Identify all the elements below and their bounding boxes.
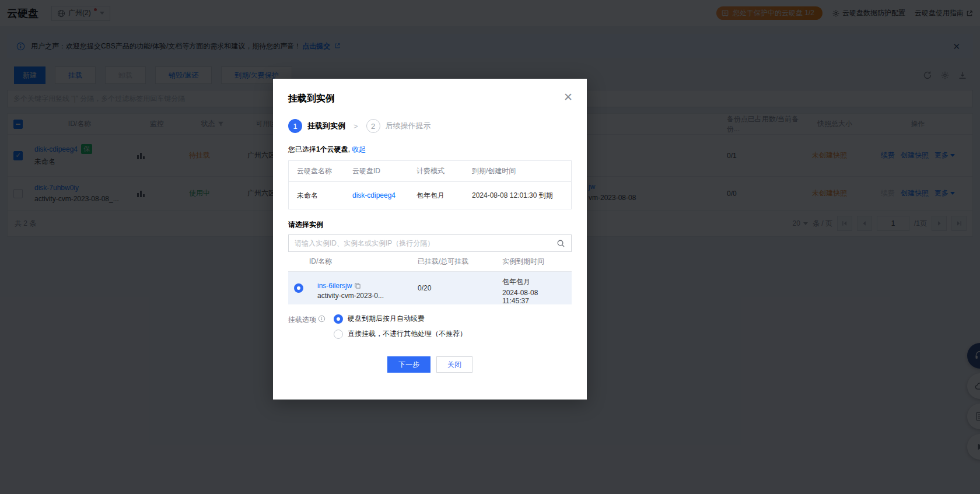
modal-title: 挂载到实例 <box>288 93 572 105</box>
selected-disk-table: 云硬盘名称 云硬盘ID 计费模式 到期/创建时间 未命名 disk-cdipee… <box>288 160 572 209</box>
attach-options: 挂载选项 硬盘到期后按月自动续费 直接挂载，不进行其他处理（不推荐） <box>288 314 572 339</box>
step-number: 1 <box>288 119 302 133</box>
col-instance-expire: 实例到期时间 <box>494 257 572 267</box>
instance-id-link[interactable]: ins-6ilersjw <box>317 282 352 290</box>
step-number: 2 <box>366 119 380 133</box>
step-attach: 1 挂载到实例 <box>288 119 345 133</box>
col-billing: 计费模式 <box>408 161 464 181</box>
step-label: 后续操作提示 <box>386 121 431 131</box>
disk-id-link[interactable]: disk-cdipeeg4 <box>352 191 396 199</box>
col-mounted: 已挂载/总可挂载 <box>410 257 494 267</box>
instance-search-placeholder: 请输入实例ID、实例名或实例IP（换行分隔） <box>295 239 556 248</box>
instance-name: activity-cvm-2023-0... <box>317 292 401 300</box>
selected-summary: 您已选择1个云硬盘, 收起 <box>288 145 572 155</box>
search-icon <box>556 239 565 248</box>
modal-footer: 下一步 关闭 <box>288 356 572 373</box>
col-instance-id: ID/名称 <box>309 257 410 267</box>
col-disk-id: 云硬盘ID <box>344 161 408 181</box>
attach-options-label: 挂载选项 <box>288 314 326 339</box>
instance-row[interactable]: ins-6ilersjw activity-cvm-2023-0... 0/20… <box>288 272 572 304</box>
copy-icon[interactable] <box>354 282 361 289</box>
disk-billing: 包年包月 <box>408 182 464 209</box>
attach-to-instance-modal: 挂载到实例 ✕ 1 挂载到实例 > 2 后续操作提示 您已选择1个云硬盘, 收起… <box>273 79 587 400</box>
instance-mounted: 0/20 <box>410 284 494 292</box>
disk-name: 未命名 <box>289 182 344 209</box>
instance-expire: 2024-08-08 11:45:37 <box>502 289 564 305</box>
selected-disk-row: 未命名 disk-cdipeeg4 包年包月 2024-08-08 12:01:… <box>289 182 571 209</box>
option-label: 硬盘到期后按月自动续费 <box>348 314 425 324</box>
collapse-link[interactable]: 收起 <box>352 145 366 153</box>
info-icon <box>318 315 326 323</box>
instance-table: ID/名称 已挂载/总可挂载 实例到期时间 ins-6ilersjw activ… <box>288 252 572 304</box>
step-indicator: 1 挂载到实例 > 2 后续操作提示 <box>288 119 572 133</box>
disk-expire-time: 2024-08-08 12:01:30 到期 <box>464 182 571 209</box>
option-auto-renew[interactable]: 硬盘到期后按月自动续费 <box>334 314 467 324</box>
instance-radio[interactable] <box>294 283 303 293</box>
option-radio[interactable] <box>334 330 343 339</box>
step-label: 挂载到实例 <box>307 121 345 131</box>
step-followup: 2 后续操作提示 <box>366 119 431 133</box>
col-disk-name: 云硬盘名称 <box>289 161 344 181</box>
chevron-right-icon: > <box>354 122 358 131</box>
col-expire-time: 到期/创建时间 <box>464 161 571 181</box>
instance-billing: 包年包月 <box>502 277 564 287</box>
next-step-button[interactable]: 下一步 <box>387 356 430 373</box>
select-instance-label: 请选择实例 <box>288 220 572 230</box>
close-button[interactable]: 关闭 <box>436 356 473 373</box>
option-label: 直接挂载，不进行其他处理（不推荐） <box>348 329 467 339</box>
instance-search-input[interactable]: 请输入实例ID、实例名或实例IP（换行分隔） <box>288 234 572 252</box>
modal-close-icon[interactable]: ✕ <box>564 92 573 103</box>
option-radio[interactable] <box>334 314 343 324</box>
option-attach-only[interactable]: 直接挂载，不进行其他处理（不推荐） <box>334 329 467 339</box>
